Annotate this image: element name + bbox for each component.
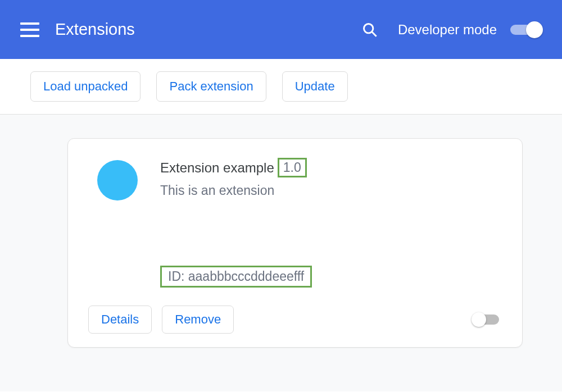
svg-line-1	[371, 31, 376, 36]
developer-mode-label: Developer mode	[398, 22, 497, 38]
extensions-list-area: Extension example 1.0 This is an extensi…	[0, 115, 562, 391]
pack-extension-button[interactable]: Pack extension	[156, 71, 266, 102]
extension-name: Extension example	[160, 160, 274, 176]
page-title: Extensions	[55, 20, 362, 39]
extension-enable-toggle[interactable]	[472, 314, 502, 325]
extension-card-top: Extension example 1.0 This is an extensi…	[88, 158, 502, 288]
hamburger-menu-icon[interactable]	[20, 22, 39, 37]
load-unpacked-button[interactable]: Load unpacked	[30, 71, 140, 102]
update-button[interactable]: Update	[282, 71, 348, 102]
extension-id: ID: aaabbbcccdddeeefff	[160, 266, 312, 288]
extension-card: Extension example 1.0 This is an extensi…	[67, 138, 523, 348]
extension-icon	[97, 160, 138, 200]
search-icon[interactable]	[362, 22, 378, 38]
extension-title-row: Extension example 1.0	[160, 158, 502, 177]
extension-description: This is an extension	[160, 183, 502, 198]
extension-info: Extension example 1.0 This is an extensi…	[160, 158, 502, 288]
extension-version: 1.0	[278, 158, 307, 177]
extension-card-actions: Details Remove	[88, 306, 502, 334]
developer-toolbar: Load unpacked Pack extension Update	[0, 59, 562, 115]
details-button[interactable]: Details	[88, 306, 152, 334]
svg-point-0	[364, 24, 373, 33]
app-header: Extensions Developer mode	[0, 0, 562, 59]
developer-mode-toggle[interactable]	[509, 24, 542, 36]
remove-button[interactable]: Remove	[162, 306, 234, 334]
